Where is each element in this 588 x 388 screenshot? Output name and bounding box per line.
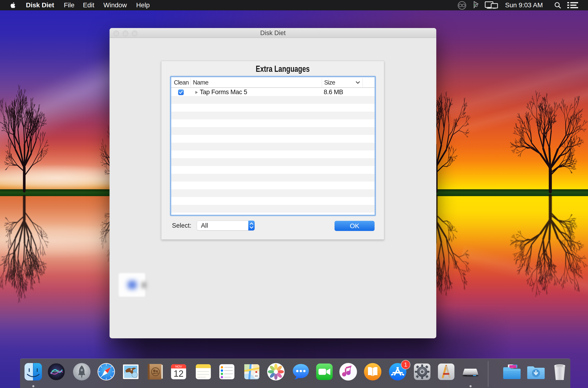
svg-text:NOV: NOV xyxy=(175,365,182,368)
svg-text:1: 1 xyxy=(404,361,407,368)
svg-text:12: 12 xyxy=(174,369,183,379)
svg-text:3D: 3D xyxy=(255,375,258,377)
